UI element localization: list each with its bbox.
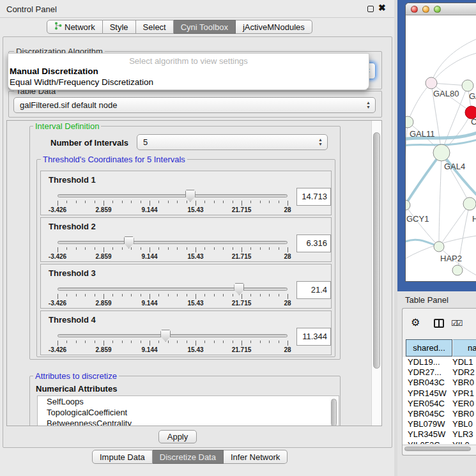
network-node[interactable] bbox=[426, 77, 437, 89]
interval-definition-legend: Interval Definition bbox=[33, 121, 101, 131]
tick-label: 2.859 bbox=[95, 346, 111, 353]
network-edge[interactable] bbox=[406, 122, 408, 205]
network-node[interactable] bbox=[462, 80, 473, 91]
table-data-combo[interactable]: galFiltered.sif default node ▲▼ bbox=[13, 97, 376, 113]
threshold-value-field[interactable]: 14.713 bbox=[296, 188, 331, 206]
close-traffic-light-icon[interactable] bbox=[411, 6, 418, 13]
network-canvas[interactable]: GAL80GACGAL11GAL4GCY1HHAP2 bbox=[406, 16, 476, 282]
settings-gear-icon[interactable]: ⚙ bbox=[411, 316, 420, 328]
slider-track[interactable] bbox=[58, 241, 288, 244]
slider-thumb[interactable] bbox=[234, 283, 244, 295]
tick-mark bbox=[233, 247, 233, 250]
select-columns-icon[interactable]: ☑☑ bbox=[451, 319, 461, 328]
tab-cyni-toolbox[interactable]: Cyni Toolbox bbox=[174, 20, 236, 34]
tab-impute-data[interactable]: Impute Data bbox=[92, 450, 153, 464]
tab-network[interactable]: Network bbox=[47, 20, 103, 34]
attribute-item-topologicalcoefficient[interactable]: TopologicalCoefficient bbox=[38, 407, 339, 418]
numerical-attributes-list[interactable]: SelfLoopsTopologicalCoefficientBetweenne… bbox=[37, 395, 339, 426]
table-row[interactable]: YBL079WYBL0 bbox=[403, 419, 476, 429]
network-node[interactable] bbox=[433, 144, 450, 161]
tick-mark bbox=[233, 294, 233, 296]
main-scrollbar-thumb[interactable] bbox=[373, 132, 380, 369]
table-row[interactable]: YPR145WYPR1 bbox=[403, 388, 476, 399]
tick-mark bbox=[168, 201, 169, 203]
table-hscrollbar[interactable] bbox=[403, 445, 476, 452]
table-hscrollbar-thumb[interactable] bbox=[404, 447, 471, 451]
network-node[interactable] bbox=[452, 265, 463, 275]
network-edge-highlighted[interactable] bbox=[406, 153, 441, 205]
column-header-shared-name[interactable]: shared... bbox=[406, 339, 452, 357]
table-row[interactable]: YIL052CYIL0 bbox=[403, 440, 476, 445]
tick-mark bbox=[158, 247, 159, 250]
tick-mark bbox=[214, 201, 215, 203]
attribute-item-betweennesscentrality[interactable]: BetweennessCentrality bbox=[38, 418, 339, 426]
tick-mark bbox=[204, 201, 205, 203]
network-node[interactable] bbox=[406, 116, 413, 128]
tab-jactivemnodules[interactable]: jActiveMNodules bbox=[236, 20, 312, 34]
tick-mark bbox=[58, 201, 58, 206]
column-header-name[interactable]: na... bbox=[453, 339, 476, 357]
tick-mark bbox=[104, 341, 104, 346]
popup-item-equal-width-frequency-discretization[interactable]: Equal Width/Frequency Discretization bbox=[8, 77, 369, 88]
attribute-item-selfloops[interactable]: SelfLoops bbox=[38, 396, 339, 407]
table-row[interactable]: YDR27...YDR2 bbox=[403, 367, 476, 378]
threshold-value-field[interactable]: 21.4 bbox=[296, 281, 331, 299]
zoom-traffic-light-icon[interactable] bbox=[434, 6, 441, 13]
tab-style[interactable]: Style bbox=[103, 20, 136, 34]
slider-track[interactable] bbox=[58, 194, 288, 197]
network-window-titlebar[interactable] bbox=[406, 3, 476, 15]
thresholds-legend: Threshold's Coordinates for 5 Intervals bbox=[41, 155, 187, 164]
slider-track[interactable] bbox=[58, 334, 288, 337]
table-row[interactable]: YER054CYER0 bbox=[403, 399, 476, 409]
cell-name: YDR2 bbox=[449, 367, 476, 378]
network-node[interactable] bbox=[406, 200, 410, 210]
network-node[interactable] bbox=[434, 242, 444, 252]
tick-label: 2.859 bbox=[95, 300, 111, 307]
slider-thumb[interactable] bbox=[160, 330, 171, 342]
tick-mark bbox=[214, 247, 215, 250]
number-of-intervals-combo[interactable]: 5 ▲▼ bbox=[137, 134, 328, 150]
cell-name: YDL1 bbox=[449, 357, 476, 367]
network-edge[interactable] bbox=[431, 39, 476, 83]
cell-name: YPR1 bbox=[449, 388, 476, 399]
attribute-items: SelfLoopsTopologicalCoefficientBetweenne… bbox=[38, 396, 339, 426]
slider-thumb[interactable] bbox=[124, 236, 134, 249]
network-edge[interactable] bbox=[439, 153, 441, 247]
minimize-traffic-light-icon[interactable] bbox=[422, 6, 429, 13]
tab-discretize-data[interactable]: Discretize Data bbox=[153, 450, 224, 464]
tab-select[interactable]: Select bbox=[136, 20, 174, 34]
list-scrollbar[interactable] bbox=[330, 397, 338, 426]
threshold-slider[interactable]: -3.4262.8599.14415.4321.71528 bbox=[58, 236, 288, 259]
tick-mark bbox=[76, 341, 77, 343]
network-node[interactable] bbox=[463, 197, 476, 210]
threshold-panel-1: Threshold 1-3.4262.8599.14415.4321.71528… bbox=[40, 171, 332, 215]
popup-item-list: Manual DiscretizationEqual Width/Frequen… bbox=[8, 66, 369, 88]
tick-mark bbox=[122, 247, 123, 250]
network-edge[interactable] bbox=[431, 53, 476, 83]
column-browser-icon[interactable] bbox=[434, 319, 444, 328]
tick-mark bbox=[112, 294, 113, 296]
tick-label: -3.426 bbox=[49, 206, 66, 213]
apply-button[interactable]: Apply bbox=[158, 430, 197, 443]
threshold-value-field[interactable]: 11.344 bbox=[296, 328, 331, 346]
close-icon[interactable]: ✖ bbox=[378, 3, 386, 13]
float-window-icon[interactable] bbox=[367, 6, 374, 12]
table-row[interactable]: YDL19...YDL1 bbox=[403, 357, 476, 367]
table-row[interactable]: YBR045CYBR0 bbox=[403, 409, 476, 419]
network-edge[interactable] bbox=[408, 83, 431, 122]
threshold-slider[interactable]: -3.4262.8599.14415.4321.71528 bbox=[58, 282, 288, 305]
tab-infer-network[interactable]: Infer Network bbox=[224, 450, 288, 464]
node-table-rows: YDL19...YDL1YDR27...YDR2YBR043CYBR0YPR14… bbox=[403, 357, 476, 444]
threshold-slider[interactable]: -3.4262.8599.14415.4321.71528 bbox=[58, 329, 288, 352]
slider-track[interactable] bbox=[58, 288, 288, 291]
table-row[interactable]: YBR043CYBR0 bbox=[403, 378, 476, 388]
network-edge[interactable] bbox=[441, 153, 470, 204]
algorithm-dropdown-popup: Select algorithm to view settings Manual… bbox=[8, 53, 369, 90]
list-scrollbar-thumb[interactable] bbox=[331, 399, 337, 426]
cell-shared-name: YBR045C bbox=[403, 409, 449, 419]
cell-name: YBL0 bbox=[449, 419, 476, 429]
threshold-value-field[interactable]: 6.316 bbox=[296, 234, 331, 252]
threshold-slider[interactable]: -3.4262.8599.14415.4321.71528 bbox=[58, 189, 288, 212]
table-row[interactable]: YLR345WYLR3 bbox=[403, 429, 476, 440]
popup-item-manual-discretization[interactable]: Manual Discretization bbox=[8, 66, 369, 77]
